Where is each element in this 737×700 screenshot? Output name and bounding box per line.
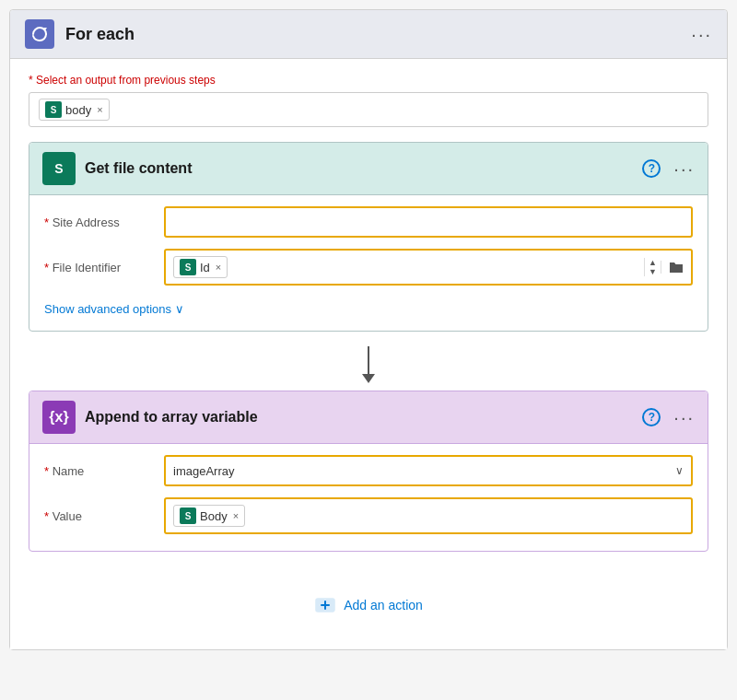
connector-arrow <box>29 346 708 383</box>
foreach-title: For each <box>65 25 135 44</box>
file-id-tag[interactable]: S Id × <box>173 256 228 278</box>
get-file-content-help[interactable]: ? <box>642 159 661 178</box>
append-to-array-icon: {x} <box>42 401 76 434</box>
body-tag-close[interactable]: × <box>97 104 102 115</box>
append-to-array-card: {x} Append to array variable ? ··· Name … <box>29 391 708 552</box>
value-tag-icon: S <box>180 508 196 524</box>
connector-line <box>368 346 369 374</box>
foreach-body: Select an output from previous steps S b… <box>10 59 727 649</box>
output-select-box[interactable]: S body × <box>29 92 708 127</box>
append-to-array-help[interactable]: ? <box>642 408 661 426</box>
append-to-array-body: Name imageArray ∨ Value S Body × <box>29 444 708 551</box>
file-id-tag-icon: S <box>180 259 196 275</box>
name-value: imageArray <box>173 464 234 478</box>
connector-arrowhead <box>362 374 375 383</box>
add-action-container: Add an action <box>29 566 708 635</box>
name-chevron: ∨ <box>675 464 684 477</box>
get-file-content-body: Site Address File Identifier S Id × <box>29 195 708 331</box>
name-select[interactable]: imageArray ∨ <box>164 455 693 486</box>
append-to-array-title: Append to array variable <box>85 409 258 426</box>
arrow-up-icon: ▲ <box>649 258 657 267</box>
get-file-content-header: S Get file content ? ··· <box>29 143 708 195</box>
foreach-header: For each ··· <box>10 10 727 59</box>
add-action-icon <box>314 594 336 616</box>
file-identifier-arrows[interactable]: ▲ ▼ <box>644 258 661 276</box>
file-identifier-input[interactable]: S Id × ▲ ▼ <box>164 249 693 286</box>
file-id-tag-close[interactable]: × <box>216 262 221 273</box>
name-label: Name <box>44 464 155 478</box>
value-tag-label: Body <box>200 509 228 523</box>
value-label: Value <box>44 509 155 523</box>
site-address-input[interactable] <box>164 206 693 238</box>
foreach-menu[interactable]: ··· <box>691 24 712 45</box>
file-identifier-folder[interactable] <box>661 261 691 274</box>
value-row: Value S Body × <box>44 497 693 534</box>
name-row: Name imageArray ∨ <box>44 455 693 486</box>
add-action-button[interactable]: Add an action <box>314 594 423 616</box>
site-address-label: Site Address <box>44 216 155 229</box>
get-file-content-menu[interactable]: ··· <box>673 158 695 180</box>
body-tag[interactable]: S body × <box>39 99 110 121</box>
show-advanced-options[interactable]: Show advanced options ∨ <box>44 297 693 325</box>
arrow-down-icon: ▼ <box>649 267 657 276</box>
file-identifier-label: File Identifier <box>44 261 155 274</box>
value-tag[interactable]: S Body × <box>173 505 245 527</box>
file-id-tag-label: Id <box>200 261 210 274</box>
show-advanced-chevron: ∨ <box>175 302 184 316</box>
get-file-content-title: Get file content <box>85 160 192 177</box>
foreach-icon <box>25 19 54 49</box>
show-advanced-label: Show advanced options <box>44 302 171 316</box>
file-identifier-row: File Identifier S Id × ▲ ▼ <box>44 249 693 286</box>
select-output-label: Select an output from previous steps <box>29 74 708 87</box>
value-input[interactable]: S Body × <box>164 497 693 534</box>
get-file-content-icon: S <box>42 152 76 185</box>
body-tag-icon: S <box>45 101 62 118</box>
append-to-array-header: {x} Append to array variable ? ··· <box>29 391 708 444</box>
value-tag-close[interactable]: × <box>233 510 239 521</box>
site-address-row: Site Address <box>44 206 693 238</box>
append-to-array-menu[interactable]: ··· <box>673 407 695 428</box>
body-tag-label: body <box>65 103 91 117</box>
get-file-content-card: S Get file content ? ··· Site Address Fi… <box>29 142 708 332</box>
file-identifier-inner: S Id × <box>166 251 644 284</box>
add-action-label: Add an action <box>344 598 423 612</box>
